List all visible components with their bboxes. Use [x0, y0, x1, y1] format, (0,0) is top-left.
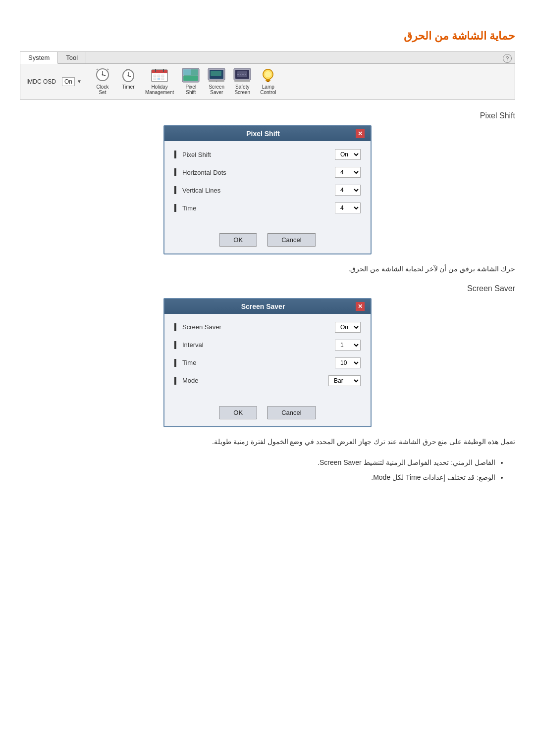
pixel-shift-title-bar: Pixel Shift ✕ [164, 126, 371, 141]
svg-rect-16 [154, 75, 156, 77]
toolbar-icon-pixel-shift[interactable]: Pixel Shift [182, 68, 200, 95]
pixel-shift-dialog-title: Pixel Shift [170, 130, 356, 138]
mode-row: Mode BarFadeWhite [174, 375, 361, 386]
pixel-shift-row: Pixel Shift On Off [174, 149, 361, 160]
screen-saver-select-wrap: On Off [335, 322, 361, 333]
pixel-shift-time-label-bar [174, 204, 176, 212]
bullet-mode: الوضع: قد تختلف إعدادات Time لكل Mode. [20, 472, 495, 483]
mode-label-bar [174, 377, 176, 385]
page-title: حماية الشاشة من الحرق [20, 30, 515, 43]
screen-saver-time-label-bar [174, 359, 176, 367]
tab-system[interactable]: System [20, 52, 58, 64]
svg-rect-19 [154, 78, 156, 80]
toolbar-icons: Clock Set Timer [94, 68, 277, 95]
clock-set-label: Clock Set [96, 84, 108, 95]
screen-saver-toolbar-icon [208, 68, 225, 83]
imdcosd-select[interactable]: On [62, 77, 75, 86]
imdcosd-arrow: ▼ [77, 79, 82, 84]
pixel-shift-toolbar-label: Pixel Shift [185, 84, 196, 95]
screen-saver-dialog-body: Screen Saver On Off Interval 1234 [164, 314, 371, 401]
toolbar-icon-timer[interactable]: Timer [119, 68, 137, 95]
lamp-control-label: Lamp Control [260, 84, 276, 95]
svg-point-39 [265, 71, 271, 77]
toolbar-icon-lamp-control[interactable]: Lamp Control [259, 68, 277, 95]
clock-set-icon [94, 68, 111, 83]
screen-saver-label-bar [174, 323, 176, 331]
pixel-shift-cancel-button[interactable]: Cancel [267, 233, 316, 247]
svg-rect-21 [161, 78, 164, 80]
svg-rect-17 [158, 75, 160, 77]
tool-panel-tabs: System Tool ? [20, 52, 515, 64]
vertical-lines-label-bar [174, 186, 176, 194]
pixel-shift-dialog-body: Pixel Shift On Off Horizontal Dots 4321 [164, 141, 371, 228]
screen-saver-toolbar-label: Screen Saver [209, 84, 224, 95]
screen-saver-dialog: Screen Saver ✕ Screen Saver On Off [163, 298, 372, 427]
pixel-shift-toolbar-icon [182, 68, 200, 83]
pixel-shift-time-select[interactable]: 4321 [335, 202, 361, 213]
pixel-shift-time-label: Time [174, 204, 196, 212]
vertical-lines-select-wrap: 4321 [335, 185, 361, 196]
pixel-shift-dialog-wrapper: Pixel Shift ✕ Pixel Shift On Off [20, 125, 515, 254]
toolbar-icon-screen-saver[interactable]: Screen Saver [208, 68, 225, 95]
screen-saver-label: Screen Saver [174, 323, 221, 331]
svg-line-4 [97, 69, 98, 70]
svg-rect-26 [183, 76, 198, 81]
mode-label: Mode [174, 377, 199, 385]
interval-row: Interval 1234 [174, 340, 361, 351]
svg-rect-36 [234, 80, 250, 82]
mode-select[interactable]: BarFadeWhite [328, 375, 361, 386]
screen-saver-time-label: Time [174, 359, 196, 367]
pixel-shift-ok-button[interactable]: OK [219, 233, 257, 247]
tool-panel: System Tool ? IMDC OSD On ▼ [20, 51, 515, 100]
screen-saver-row: Screen Saver On Off [174, 322, 361, 333]
timer-icon [119, 68, 137, 83]
holiday-label: Holiday Management [145, 84, 174, 95]
imdcosd-select-wrap: On ▼ [62, 77, 82, 86]
svg-rect-20 [158, 78, 160, 80]
screen-saver-close-button[interactable]: ✕ [356, 302, 365, 311]
interval-label-bar [174, 341, 176, 349]
tab-tool[interactable]: Tool [58, 52, 86, 63]
toolbar-icon-clock-set[interactable]: Clock Set [94, 68, 111, 95]
horizontal-dots-label-bar [174, 168, 176, 176]
horizontal-dots-select-wrap: 4321 [335, 167, 361, 178]
svg-rect-41 [267, 81, 269, 82]
timer-label: Timer [122, 84, 134, 90]
screen-saver-time-select[interactable]: 10203040 [335, 357, 361, 368]
screen-saver-heading: Screen Saver [20, 284, 515, 293]
toolbar-icon-safety-screen[interactable]: Safety Screen [233, 68, 251, 95]
pixel-shift-dialog-footer: OK Cancel [164, 228, 371, 253]
vertical-lines-row: Vertical Lines 4321 [174, 185, 361, 196]
pixel-shift-heading: Pixel Shift [20, 111, 515, 120]
svg-rect-25 [191, 69, 198, 75]
imdcosd-label: IMDC OSD [26, 78, 56, 85]
svg-rect-18 [161, 75, 164, 77]
pixel-shift-close-button[interactable]: ✕ [356, 129, 365, 138]
help-button[interactable]: ? [503, 54, 512, 63]
pixel-shift-select[interactable]: On Off [335, 149, 361, 160]
toolbar-icon-holiday[interactable]: Holiday Management [145, 68, 174, 95]
screen-saver-dialog-wrapper: Screen Saver ✕ Screen Saver On Off [20, 298, 515, 427]
horizontal-dots-label: Horizontal Dots [174, 168, 226, 176]
screen-saver-cancel-button[interactable]: Cancel [267, 406, 316, 419]
vertical-lines-select[interactable]: 4321 [335, 185, 361, 196]
interval-select[interactable]: 1234 [335, 340, 361, 351]
lamp-control-icon [259, 68, 277, 83]
screen-saver-time-row: Time 10203040 [174, 357, 361, 368]
vertical-lines-label: Vertical Lines [174, 186, 220, 194]
pixel-shift-time-select-wrap: 4321 [335, 202, 361, 213]
horizontal-dots-select[interactable]: 4321 [335, 167, 361, 178]
safety-screen-toolbar-icon [233, 68, 251, 83]
svg-rect-40 [266, 79, 270, 81]
bullet-interval: الفاصل الزمني: تحديد الفواصل الزمنية لتن… [20, 457, 495, 468]
screen-saver-ok-button[interactable]: OK [219, 406, 257, 419]
svg-rect-24 [183, 69, 191, 75]
svg-rect-13 [152, 72, 167, 73]
screen-saver-time-select-wrap: 10203040 [335, 357, 361, 368]
pixel-shift-dialog: Pixel Shift ✕ Pixel Shift On Off [163, 125, 372, 254]
svg-line-5 [107, 69, 108, 70]
interval-label: Interval [174, 341, 204, 349]
screen-saver-select[interactable]: On Off [335, 322, 361, 333]
screen-saver-description: تعمل هذه الوظيفة على منع حرق الشاشة عند … [20, 436, 515, 448]
toolbar-content: IMDC OSD On ▼ Clock [20, 64, 515, 99]
